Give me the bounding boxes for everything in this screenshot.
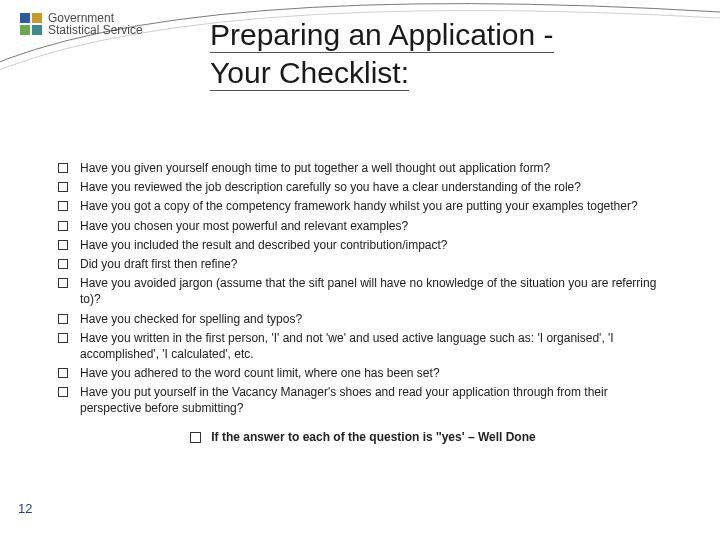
list-item-text: Have you checked for spelling and typos? bbox=[80, 311, 668, 327]
brand-logo: Government Statistical Service bbox=[20, 12, 143, 36]
checkbox-icon bbox=[58, 221, 68, 231]
list-item: Have you put yourself in the Vacancy Man… bbox=[58, 384, 668, 416]
list-item-text: Have you avoided jargon (assume that the… bbox=[80, 275, 668, 307]
list-item: Have you given yourself enough time to p… bbox=[58, 160, 668, 176]
list-item: Did you draft first then refine? bbox=[58, 256, 668, 272]
list-item-text: Have you chosen your most powerful and r… bbox=[80, 218, 668, 234]
checkbox-icon bbox=[58, 163, 68, 173]
checkbox-icon bbox=[58, 201, 68, 211]
checkbox-icon bbox=[58, 333, 68, 343]
list-item-text: Have you put yourself in the Vacancy Man… bbox=[80, 384, 668, 416]
page-number: 12 bbox=[18, 501, 32, 516]
checkbox-icon bbox=[58, 314, 68, 324]
slide: Government Statistical Service Preparing… bbox=[0, 0, 720, 540]
list-item-text: Have you written in the first person, 'I… bbox=[80, 330, 668, 362]
list-item: Have you got a copy of the competency fr… bbox=[58, 198, 668, 214]
conclusion: If the answer to each of the question is… bbox=[58, 430, 668, 444]
list-item-text: Have you reviewed the job description ca… bbox=[80, 179, 668, 195]
list-item: Have you reviewed the job description ca… bbox=[58, 179, 668, 195]
list-item-text: Have you included the result and describ… bbox=[80, 237, 668, 253]
checkbox-icon bbox=[58, 278, 68, 288]
list-item-text: Did you draft first then refine? bbox=[80, 256, 668, 272]
list-item: Have you avoided jargon (assume that the… bbox=[58, 275, 668, 307]
checkbox-icon bbox=[58, 182, 68, 192]
list-item-text: Have you got a copy of the competency fr… bbox=[80, 198, 668, 214]
list-item: Have you written in the first person, 'I… bbox=[58, 330, 668, 362]
list-item: Have you included the result and describ… bbox=[58, 237, 668, 253]
page-title: Preparing an Application - Your Checklis… bbox=[210, 16, 690, 91]
logo-line2: Statistical Service bbox=[48, 24, 143, 36]
conclusion-text: If the answer to each of the question is… bbox=[211, 430, 535, 444]
logo-text: Government Statistical Service bbox=[48, 12, 143, 36]
checkbox-icon bbox=[58, 259, 68, 269]
list-item-text: Have you given yourself enough time to p… bbox=[80, 160, 668, 176]
checkbox-icon bbox=[58, 387, 68, 397]
list-item: Have you adhered to the word count limit… bbox=[58, 365, 668, 381]
logo-mark bbox=[20, 13, 42, 35]
list-item: Have you chosen your most powerful and r… bbox=[58, 218, 668, 234]
checkbox-icon bbox=[58, 240, 68, 250]
checklist: Have you given yourself enough time to p… bbox=[58, 160, 668, 420]
title-line2: Your Checklist: bbox=[210, 56, 409, 91]
title-line1: Preparing an Application - bbox=[210, 18, 554, 53]
checkbox-icon bbox=[190, 432, 201, 443]
list-item-text: Have you adhered to the word count limit… bbox=[80, 365, 668, 381]
list-item: Have you checked for spelling and typos? bbox=[58, 311, 668, 327]
checkbox-icon bbox=[58, 368, 68, 378]
